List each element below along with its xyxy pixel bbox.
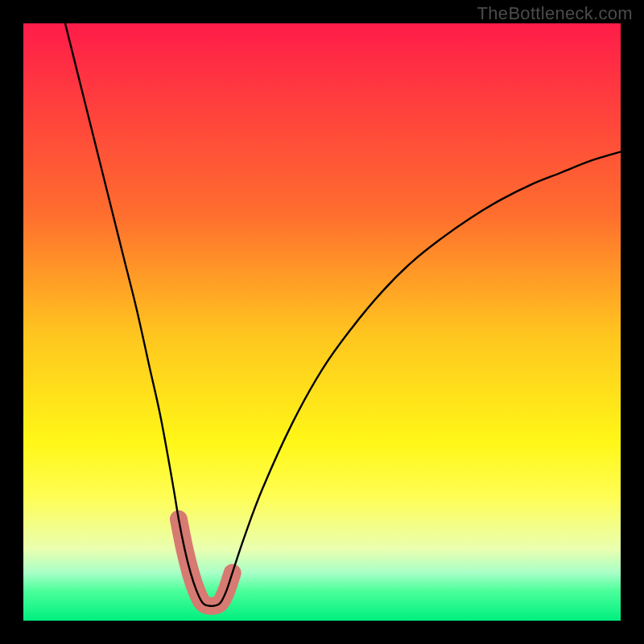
attribution-text: TheBottleneck.com — [477, 3, 633, 24]
highlight-band — [179, 519, 233, 606]
chart-svg — [23, 23, 621, 621]
highlight-path — [179, 519, 233, 606]
curve-path — [65, 23, 621, 606]
chart-plot-area — [23, 23, 621, 621]
bottleneck-curve — [65, 23, 621, 606]
chart-frame: TheBottleneck.com — [0, 0, 644, 644]
